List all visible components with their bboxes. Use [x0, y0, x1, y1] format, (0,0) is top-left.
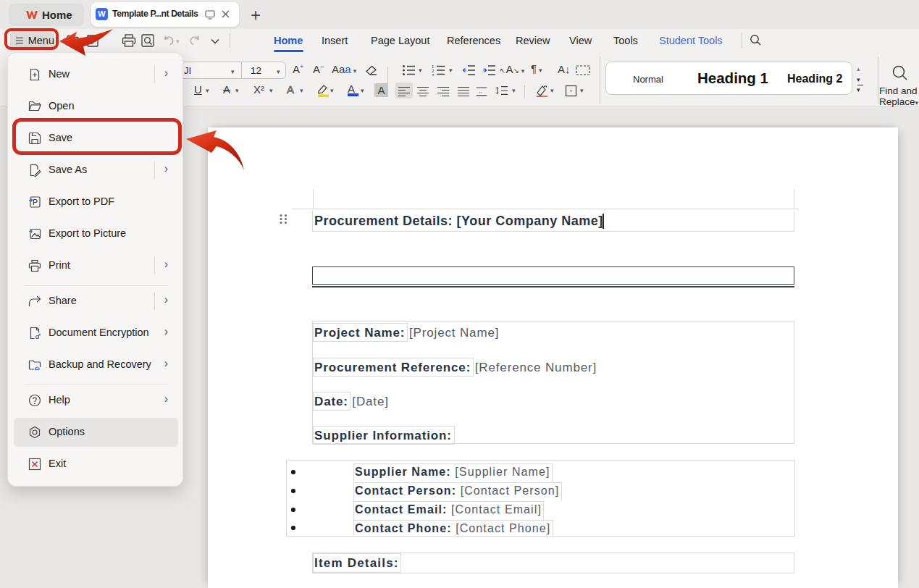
- svg-text:↔: ↔: [478, 88, 483, 95]
- svg-text:3: 3: [432, 73, 435, 76]
